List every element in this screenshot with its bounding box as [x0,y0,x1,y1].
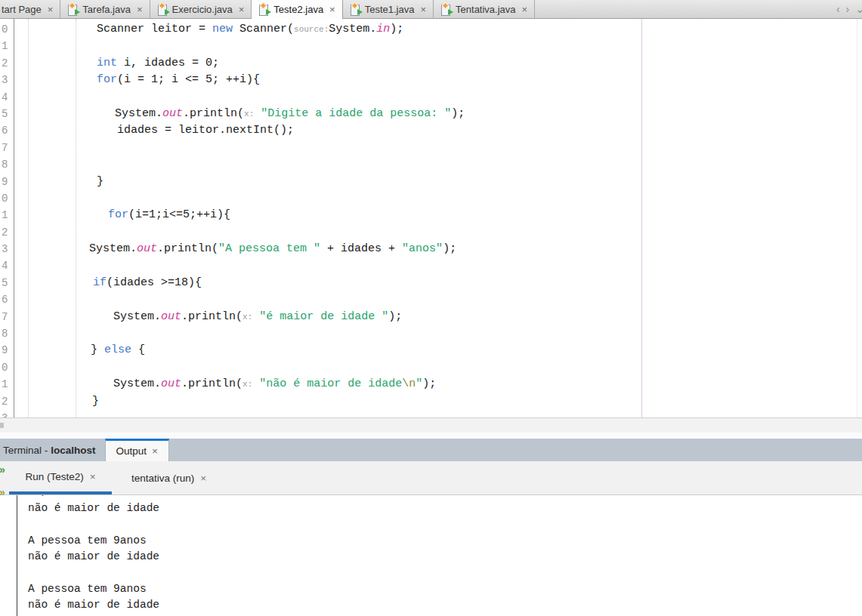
code-text: System.out.println(x: "é maior de idade … [0,309,862,325]
code-line[interactable]: 2} [0,393,862,410]
code-line[interactable]: 4 [0,257,862,274]
code-segment: ); [443,242,456,255]
code-line[interactable]: 6 [0,291,862,308]
tab-tentativa-java[interactable]: Tentativa.java × [434,0,535,18]
scroll-tabs-right-icon[interactable]: › [846,0,850,18]
line-number[interactable]: 8 [0,156,14,173]
scrollbar-thumb[interactable] [0,423,4,428]
tab-exercicio-java[interactable]: Exercicio.java × [150,0,252,18]
run-tab-close-icon[interactable]: × [200,473,206,484]
console-line [28,565,862,581]
code-segment: x: [243,380,252,389]
tab-teste1-java[interactable]: Teste1.java × [343,0,434,18]
code-line[interactable]: 0 [0,190,862,207]
tab-list-dropdown-icon[interactable]: ⌄ [855,0,862,18]
code-line[interactable]: 0 [0,359,862,376]
netbeans-window: { "icons": { "close": "×", "prev": "‹", … [0,0,862,616]
code-line[interactable]: 1 [0,38,862,54]
run-tab-close-icon[interactable]: × [90,471,96,482]
scroll-tabs-left-icon[interactable]: ‹ [836,0,840,18]
tab-teste2-java[interactable]: Teste2.java × [252,0,342,19]
code-text: System.out.println(x: "Digite a idade da… [0,106,862,122]
code-text: for(i = 1; i <= 5; ++i){ [0,72,862,88]
run-tab-teste2[interactable]: Run (Teste2) × [9,461,112,494]
code-segment: (i = 1; i <= 5; ++i){ [117,73,260,86]
tab-scroll-controls: ‹ › ⌄ [818,0,862,18]
code-segment: ); [422,377,436,390]
code-line[interactable]: 2 [0,224,862,241]
terminal-tab[interactable]: Terminal - localhost [0,439,105,461]
code-segment: else [104,343,131,356]
line-number[interactable]: 4 [0,89,14,106]
tab-tarefa-java[interactable]: Tarefa.java × [60,0,150,18]
output-run-tab-row: Run (Teste2) × tentativa (run) × [0,461,862,495]
run-tab-tentativa[interactable]: tentativa (run) × [112,461,226,494]
console-text-area: A pessoa tem 9anos não é maior de idadeA… [17,495,862,616]
editor-tab-bar: tart Page × Tarefa.java × Exercicio.java… [0,0,862,19]
code-line[interactable]: 9} else { [0,342,862,359]
code-line[interactable]: 7System.out.println(x: "é maior de idade… [0,309,862,325]
output-console[interactable]: A pessoa tem 9anos não é maior de idadeA… [0,495,862,616]
tab-start-page[interactable]: tart Page × [0,0,60,18]
code-segment: } [91,343,104,356]
code-line[interactable]: 8 [0,325,862,342]
line-number[interactable]: 4 [0,257,14,274]
console-lines: não é maior de idadeA pessoa tem 9anosnã… [28,500,862,614]
code-line[interactable]: 6idades = leitor.nextInt(); [0,122,862,139]
code-line[interactable]: 1System.out.println(x: "não é maior de i… [0,376,862,393]
tab-label: Tentativa.java [456,4,516,15]
code-line[interactable]: 3for(i = 1; i <= 5; ++i){ [0,72,862,88]
console-line: não é maior de idade [28,597,862,613]
code-segment: in [376,23,390,35]
code-line[interactable]: 7 [0,140,862,156]
tab-close-icon[interactable]: × [137,4,143,15]
code-text: } [0,174,862,190]
code-line[interactable]: 0Scanner leitor = new Scanner(source:Sys… [0,21,862,38]
line-number[interactable]: 3 [0,410,14,417]
line-number[interactable]: 0 [0,190,14,207]
line-number[interactable]: 8 [0,325,14,342]
code-area[interactable]: 0Scanner leitor = new Scanner(source:Sys… [0,21,862,417]
java-file-icon [350,4,361,15]
output-tab[interactable]: Output × [105,439,169,461]
code-segment: x: [243,313,252,322]
code-line[interactable]: 3 [0,410,862,417]
code-segment: out [137,242,157,255]
code-segment: { [131,343,145,356]
line-number[interactable]: 6 [0,291,14,308]
code-text: for(i=1;i<=5;++i){ [0,207,862,223]
code-segment: .println( [183,107,244,120]
code-line[interactable]: 5if(idades >=18){ [0,275,862,291]
tab-label: Teste2.java [273,4,323,15]
console-partial-line: A pessoa tem 9anos [28,495,862,500]
tab-close-icon[interactable]: × [48,4,54,15]
code-line[interactable]: 8 [0,156,862,173]
line-number[interactable]: 2 [0,224,14,241]
code-editor[interactable]: 0Scanner leitor = new Scanner(source:Sys… [0,19,862,417]
code-line[interactable]: 3System.out.println("A pessoa tem " + id… [0,241,862,257]
tab-close-icon[interactable]: × [522,4,528,15]
code-text: System.out.println(x: "não é maior de id… [0,376,862,393]
code-line[interactable]: 1for(i=1;i<=5;++i){ [0,207,862,223]
code-line[interactable]: 2int i, idades = 0; [0,55,862,72]
horizontal-scrollbar[interactable] [0,417,862,433]
code-segment: out [161,377,181,390]
code-line[interactable]: 9} [0,174,862,190]
output-tab-close-icon[interactable]: × [152,445,158,457]
rerun-icon[interactable]: » [0,464,8,475]
tab-close-icon[interactable]: × [420,4,426,15]
tab-close-icon[interactable]: × [239,4,245,15]
code-text: } else { [0,342,862,359]
code-text: if(idades >=18){ [0,275,862,291]
code-line[interactable]: 4 [0,89,862,106]
splitter[interactable] [0,433,862,439]
tab-label: Tarefa.java [82,4,131,15]
code-segment: + idades + [320,242,402,255]
line-number[interactable]: 1 [0,38,14,54]
code-segment: .println( [157,242,218,255]
line-number[interactable]: 7 [0,140,14,156]
line-number[interactable]: 0 [0,359,14,376]
tab-close-icon[interactable]: × [329,4,335,15]
code-line[interactable]: 5System.out.println(x: "Digite a idade d… [0,106,862,122]
code-segment: "Digite a idade da pessoa: " [261,107,451,120]
